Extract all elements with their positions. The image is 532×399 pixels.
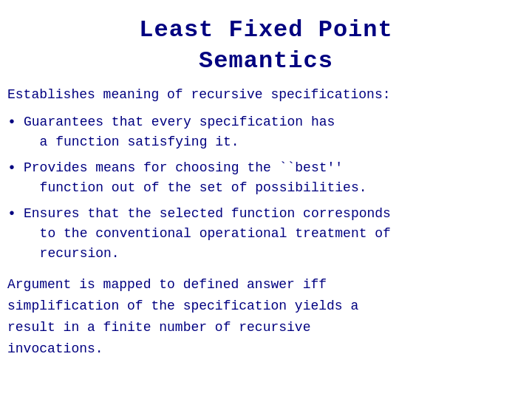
bullet-list: • Guarantees that every specification ha…	[7, 112, 525, 264]
title-line-1: Least Fixed Point	[7, 15, 525, 46]
bullet-text-3: Ensures that the selected function corre…	[24, 204, 525, 264]
list-item: • Guarantees that every specification ha…	[7, 112, 525, 152]
title-line-2: Semantics	[7, 46, 525, 77]
argument-block: Argument is mapped to defined answer iff…	[7, 274, 525, 359]
list-item: • Provides means for choosing the ``best…	[7, 158, 525, 198]
bullet-text-2: Provides means for choosing the ``best''…	[24, 158, 525, 198]
bullet-dot-1: •	[7, 112, 16, 133]
title-block: Least Fixed Point Semantics	[7, 15, 525, 76]
slide-container: Least Fixed Point Semantics Establishes …	[7, 15, 525, 359]
establishes-line: Establishes meaning of recursive specifi…	[7, 85, 525, 105]
bullet-dot-2: •	[7, 158, 16, 179]
bullet-dot-3: •	[7, 204, 16, 225]
bullet-text-1: Guarantees that every specification has …	[24, 112, 525, 152]
list-item: • Ensures that the selected function cor…	[7, 204, 525, 264]
